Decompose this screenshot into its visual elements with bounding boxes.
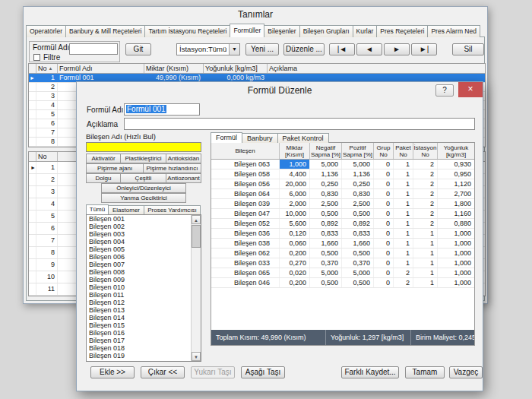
chevron-down-icon[interactable]: ▼ bbox=[229, 44, 239, 55]
column-header-miktar[interactable]: Miktar [Kısım] bbox=[280, 143, 310, 159]
list-item[interactable]: Bileşen 011 bbox=[87, 291, 191, 299]
list-item[interactable]: Bileşen 002 bbox=[87, 223, 191, 230]
tab-proses-yardimcisi[interactable]: Proses Yardımcısı bbox=[144, 205, 201, 214]
list-item[interactable]: Bileşen 012 bbox=[87, 299, 191, 306]
tab-paket-kontrol[interactable]: Paket Kontrol bbox=[277, 133, 329, 143]
list-item[interactable]: Bileşen 015 bbox=[87, 321, 191, 329]
list-item[interactable]: Bileşen 007 bbox=[87, 261, 191, 268]
bilesen-table-row[interactable]: Bileşen 046 0,200 0,500 0,500 0 2 1 1,00… bbox=[211, 278, 474, 288]
sil-button[interactable]: Sil bbox=[452, 43, 484, 55]
list-item[interactable]: Bileşen 010 bbox=[87, 283, 191, 291]
listbox-scrollbar[interactable]: ▲ ▼ bbox=[191, 215, 201, 361]
list-item[interactable]: Bileşen 016 bbox=[87, 329, 191, 337]
aciklama-input[interactable] bbox=[124, 118, 475, 130]
filtre-checkbox[interactable] bbox=[33, 54, 40, 61]
column-header-aciklama[interactable]: Açıklama bbox=[268, 64, 485, 73]
column-header-bilesen[interactable]: Bileşen bbox=[211, 143, 280, 159]
tab-tartim-istasyonu-receteleri[interactable]: Tartım İstasyonu Reçeteleri bbox=[144, 25, 230, 37]
category-pisirme-ajani-button[interactable]: Pişirme ajanı bbox=[86, 163, 144, 173]
category-pisirme-hizlandirici-button[interactable]: Pişirme hızlandırıcı bbox=[143, 163, 201, 173]
tab-banbury[interactable]: Banbury bbox=[242, 133, 278, 143]
category-antioksidan-button[interactable]: Antioksidan bbox=[166, 154, 201, 163]
scroll-down-button[interactable]: ▼ bbox=[192, 352, 201, 361]
bilesen-table-row[interactable]: Bileşen 036 0,120 0,833 0,833 0 1 1 1,00… bbox=[211, 229, 474, 239]
tab-pres-receteleri[interactable]: Pres Reçeteleri bbox=[376, 25, 428, 37]
list-item[interactable]: Bileşen 009 bbox=[87, 276, 191, 283]
column-header-grup-no[interactable]: Grup No bbox=[374, 143, 394, 159]
main-window-title[interactable]: Tanımlar bbox=[24, 7, 487, 22]
bilesen-table-row[interactable]: Bileşen 033 0,270 0,370 0,370 0 1 1 1,00… bbox=[211, 258, 474, 268]
scrollbar-thumb[interactable] bbox=[192, 225, 201, 248]
quick-find-input[interactable] bbox=[86, 142, 201, 152]
column-header-pozitif-sapma[interactable]: Pozitif Sapma [%] bbox=[342, 143, 374, 159]
tamam-button[interactable]: Tamam bbox=[405, 366, 445, 378]
category-cesitli-button[interactable]: Çeşitli bbox=[120, 173, 166, 183]
list-item[interactable]: Bileşen 006 bbox=[87, 253, 191, 261]
bilesen-table-row[interactable]: Bileşen 065 0,020 5,000 5,000 0 2 1 1,00… bbox=[211, 268, 474, 278]
dialog-title[interactable]: Formül Düzenle bbox=[77, 82, 483, 99]
category-onleyici-duzenleyici-button[interactable]: Önleyici/Düzenleyici bbox=[101, 183, 186, 193]
scroll-up-button[interactable]: ▲ bbox=[192, 215, 201, 224]
tab-elastomer[interactable]: Elastomer bbox=[108, 205, 144, 214]
tab-formul[interactable]: Formül bbox=[211, 132, 242, 143]
tab-operatorler[interactable]: Operatörler bbox=[26, 25, 66, 37]
tab-tumu[interactable]: Tümü bbox=[86, 204, 109, 214]
tab-bilesenler[interactable]: Bileşenler bbox=[264, 25, 299, 37]
list-item[interactable]: Bileşen 001 bbox=[87, 215, 191, 223]
tab-formuller[interactable]: Formüller bbox=[230, 24, 264, 37]
asagi-tasi-button[interactable]: Aşağı Taşı bbox=[241, 366, 285, 378]
tab-banbury-mill-receteleri[interactable]: Banbury & Mill Reçeteleri bbox=[65, 25, 145, 37]
list-item[interactable]: Bileşen 017 bbox=[87, 337, 191, 344]
nav-prev-button[interactable]: ◄ bbox=[356, 43, 382, 55]
category-yanma-geciktirici-button[interactable]: Yanma Geciktirici bbox=[101, 193, 186, 203]
ekle-button[interactable]: Ekle >> bbox=[90, 366, 135, 378]
tab-pres-alarm[interactable]: Pres Alarm Ned bbox=[427, 25, 480, 37]
yeni-button[interactable]: Yeni ... bbox=[245, 43, 279, 55]
column-header-no[interactable]: No▲ bbox=[36, 64, 58, 73]
column-header-miktar[interactable]: Miktar (Kısım) bbox=[144, 64, 204, 73]
column-header-formul-adi[interactable]: Formül Adı bbox=[58, 64, 144, 73]
tab-bilesen-gruplari[interactable]: Bileşen Grupları bbox=[299, 25, 353, 37]
category-plastiklestirici-button[interactable]: Plastikleştirici bbox=[120, 154, 166, 163]
bilesen-table-row[interactable]: Bileşen 064 6,000 0,830 0,830 0 1 2 2,70… bbox=[211, 189, 474, 199]
list-item[interactable]: Bileşen 005 bbox=[87, 245, 191, 253]
bilesen-table-row[interactable]: Bileşen 063 1,000 5,000 5,000 0 1 2 0,93… bbox=[211, 160, 474, 169]
column-header-istasyon-no[interactable]: İstasyon No bbox=[413, 143, 438, 159]
help-button[interactable]: ? bbox=[435, 84, 454, 97]
nav-next-button[interactable]: ► bbox=[384, 43, 410, 55]
formul-adi-input[interactable]: Formül 001 bbox=[124, 103, 200, 116]
farkli-kaydet-button[interactable]: Farklı Kaydet... bbox=[341, 366, 399, 378]
list-item[interactable]: Bileşen 004 bbox=[87, 238, 191, 245]
list-item[interactable]: Bileşen 003 bbox=[87, 230, 191, 238]
close-button[interactable]: × bbox=[458, 82, 483, 97]
bilesen-table-row[interactable]: Bileşen 056 20,000 0,250 0,250 0 1 2 1,1… bbox=[211, 179, 474, 189]
column-header-paket-no[interactable]: Paket No bbox=[394, 143, 413, 159]
bilesen-table-row[interactable]: Bileşen 039 2,000 2,500 2,500 0 1 2 1,80… bbox=[211, 199, 474, 209]
list-item[interactable]: Bileşen 013 bbox=[87, 306, 191, 314]
git-button[interactable]: Git bbox=[125, 43, 151, 55]
column-header-negatif-sapma[interactable]: Negatif Sapma [%] bbox=[310, 143, 342, 159]
tab-kurlar[interactable]: Kurlar bbox=[353, 25, 378, 37]
column-header-yogunluk[interactable]: Yoğunluk [kg/m3] bbox=[204, 64, 268, 73]
category-aktivator-button[interactable]: Aktivatör bbox=[86, 154, 121, 163]
nav-last-button[interactable]: ►| bbox=[411, 43, 437, 55]
column-header-yogunluk[interactable]: Yoğunluk [kg/m3] bbox=[438, 143, 474, 159]
bilesen-table-row[interactable]: Bileşen 038 0,060 1,660 1,660 0 1 1 1,00… bbox=[211, 239, 474, 249]
category-antiozonant-button[interactable]: Antiozonant bbox=[166, 173, 201, 183]
list-item[interactable]: Bileşen 014 bbox=[87, 314, 191, 321]
duzenle-button[interactable]: Düzenle ... bbox=[283, 43, 325, 55]
list-item[interactable]: Bileşen 019 bbox=[87, 352, 191, 359]
vazgec-button[interactable]: Vazgeç bbox=[449, 366, 483, 378]
cikar-button[interactable]: Çıkar << bbox=[141, 366, 185, 378]
bilesen-table-row[interactable]: Bileşen 062 0,200 0,500 0,500 0 1 1 1,00… bbox=[211, 249, 474, 258]
column-header-no[interactable]: No bbox=[36, 152, 58, 161]
bilesen-table-row[interactable]: Bileşen 047 10,000 0,500 0,500 0 1 2 1,1… bbox=[211, 209, 474, 219]
category-dolgu-button[interactable]: Dolgu bbox=[86, 173, 121, 183]
formul-adi-search-input[interactable] bbox=[69, 43, 118, 55]
nav-first-button[interactable]: |◄ bbox=[329, 43, 355, 55]
bilesen-table-row[interactable]: Bileşen 058 4,400 1,136 1,136 0 1 2 0,95… bbox=[211, 169, 474, 179]
list-item[interactable]: Bileşen 018 bbox=[87, 344, 191, 352]
istasyon-combobox[interactable]: İstasyon:Tümü ▼ bbox=[176, 43, 240, 55]
list-item[interactable]: Bileşen 008 bbox=[87, 268, 191, 276]
bilesen-table-row[interactable]: Bileşen 052 5,600 0,892 0,892 0 1 2 0,88… bbox=[211, 219, 474, 229]
